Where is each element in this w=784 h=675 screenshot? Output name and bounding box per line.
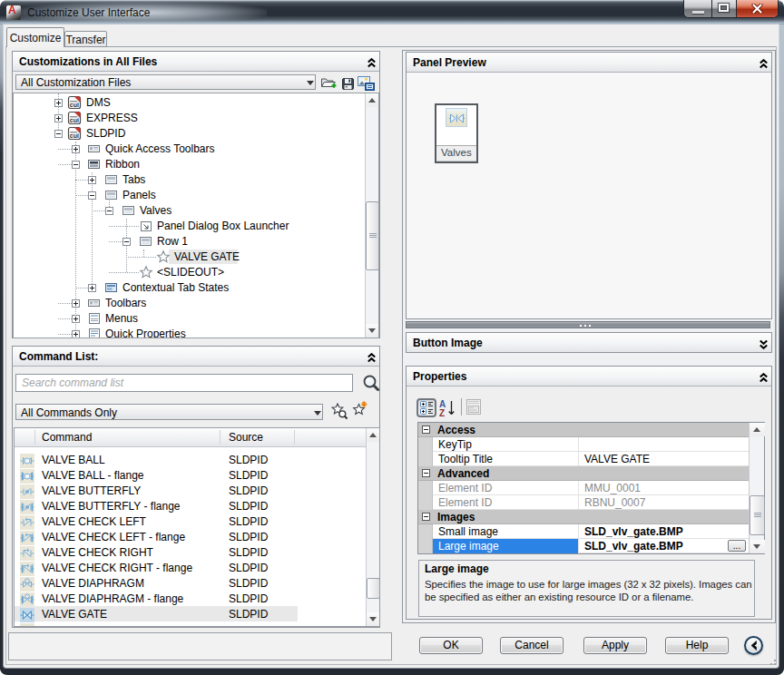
svg-text:cui: cui <box>70 132 79 139</box>
svg-text:cui: cui <box>70 102 79 108</box>
svg-text:Z: Z <box>439 408 445 417</box>
svg-text:cui: cui <box>70 117 79 123</box>
